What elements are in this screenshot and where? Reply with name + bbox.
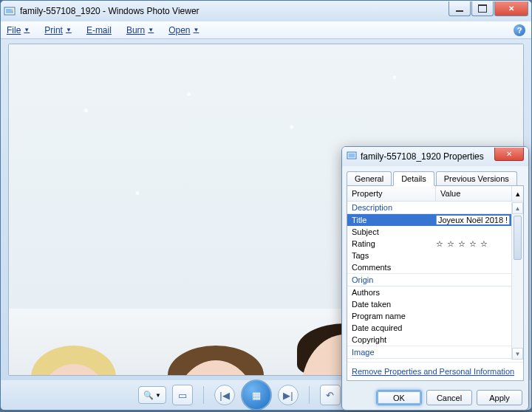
window-title: family-557108_1920 - Windows Photo Viewe… [20,6,448,16]
tab-details[interactable]: Details [393,171,434,186]
rotate-ccw-icon: ↶ [326,390,334,401]
slideshow-icon: ▦ [252,390,261,401]
column-value[interactable]: Value [436,186,511,201]
scrollbar-down[interactable]: ▼ [512,348,523,360]
row-title[interactable]: Title Joyeux Noël 2018 ! [347,214,523,226]
ok-button[interactable]: OK [376,390,422,405]
row-copyright[interactable]: Copyright [347,334,523,346]
zoom-control[interactable]: 🔍▼ [138,386,166,404]
row-subject[interactable]: Subject [347,226,523,238]
row-program-name[interactable]: Program name [347,310,523,322]
properties-close-button[interactable]: ✕ [494,148,524,161]
dialog-buttons: OK Cancel Apply [342,385,528,410]
menu-file[interactable]: File▼ [7,25,30,35]
magnifier-icon: 🔍 [143,391,154,400]
next-icon: ▶| [283,390,293,401]
cancel-button[interactable]: Cancel [426,390,472,405]
maximize-button[interactable] [471,1,494,16]
properties-list[interactable]: Description Title Joyeux Noël 2018 ! Sub… [347,202,523,362]
scroll-up-icon[interactable]: ▴ [511,186,523,201]
rating-stars[interactable]: ☆ ☆ ☆ ☆ ☆ [436,239,519,249]
tab-previous-versions[interactable]: Previous Versions [436,171,517,186]
menu-open[interactable]: Open▼ [168,25,199,35]
properties-tab-body: Property Value ▴ Description Title Joyeu… [347,185,524,381]
menu-print[interactable]: Print▼ [44,25,72,35]
fit-icon: ▭ [178,390,187,401]
scrollbar-up[interactable]: ▲ [512,202,523,214]
label-title: Title [352,216,436,224]
row-authors[interactable]: Authors [347,286,523,298]
separator [309,386,310,404]
row-rating[interactable]: Rating☆ ☆ ☆ ☆ ☆ [347,238,523,250]
menubar: File▼ Print▼ E-mail Burn▼ Open▼ ? [1,21,531,39]
properties-title: family-557108_1920 Properties [361,151,484,162]
row-date-taken[interactable]: Date taken [347,298,523,310]
help-icon[interactable]: ? [514,24,525,36]
titlebar[interactable]: family-557108_1920 - Windows Photo Viewe… [1,1,531,21]
row-date-acquired[interactable]: Date acquired [347,322,523,334]
properties-icon [347,151,357,163]
properties-dialog[interactable]: family-557108_1920 Properties ✕ General … [341,146,529,411]
properties-tabs: General Details Previous Versions [342,166,528,185]
next-button[interactable]: ▶| [278,385,299,405]
separator [203,386,204,404]
properties-list-header: Property Value ▴ [347,186,523,202]
fit-button[interactable]: ▭ [172,385,193,405]
properties-titlebar[interactable]: family-557108_1920 Properties ✕ [342,147,528,166]
minimize-button[interactable] [449,1,471,16]
apply-button[interactable]: Apply [477,390,522,405]
close-button[interactable] [494,1,528,16]
prev-icon: |◀ [219,390,229,401]
row-tags[interactable]: Tags [347,250,523,261]
group-image: Image [347,346,523,359]
row-comments[interactable]: Comments [347,261,523,273]
tab-general[interactable]: General [347,171,392,186]
menu-email[interactable]: E-mail [86,25,112,35]
slideshow-button[interactable]: ▦ [241,380,272,411]
scrollbar-thumb[interactable] [514,216,522,260]
svg-rect-4 [349,153,355,157]
remove-properties-link[interactable]: Remove Properties and Personal Informati… [347,362,523,380]
svg-point-2 [12,9,14,11]
column-property[interactable]: Property [347,186,436,201]
previous-button[interactable]: |◀ [214,385,235,405]
rotate-ccw-button[interactable]: ↶ [320,385,341,405]
value-title-input[interactable]: Joyeux Noël 2018 ! [436,216,510,224]
menu-burn[interactable]: Burn▼ [126,25,154,35]
app-icon [4,5,16,17]
group-description: Description [347,202,523,214]
group-origin: Origin [347,273,523,286]
properties-scrollbar[interactable]: ▲ ▼ [511,202,523,360]
